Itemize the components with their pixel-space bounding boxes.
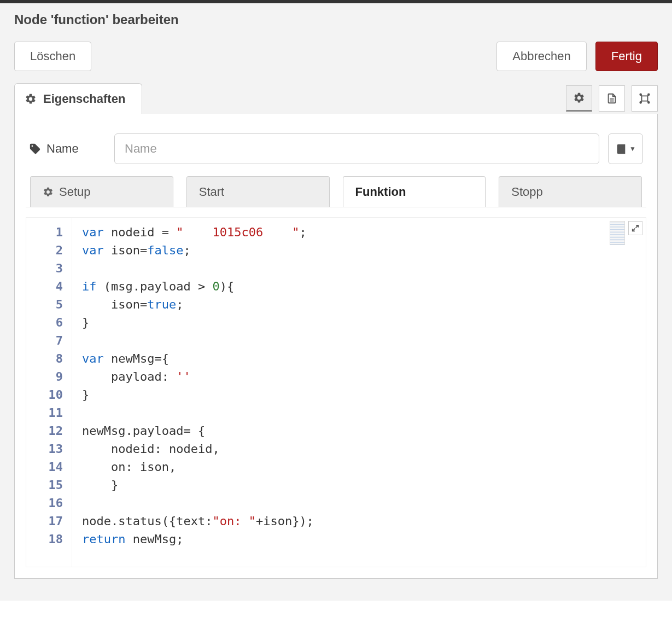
gear-icon [573,92,585,104]
tab-start-label: Start [199,185,224,199]
code-line[interactable] [82,494,314,512]
line-number-gutter: 123456789101112131415161718 [26,218,72,567]
line-number: 6 [26,313,63,331]
dialog-tabs-row: Eigenschaften [0,83,672,114]
code-tabs: Setup Start Funktion Stopp [26,176,646,207]
cancel-button[interactable]: Abbrechen [496,42,586,71]
library-button[interactable]: ▼ [608,133,643,164]
caret-down-icon: ▼ [629,145,636,153]
dialog-header: Node 'function' bearbeiten [0,3,672,32]
line-number: 7 [26,331,63,350]
line-number: 5 [26,295,63,313]
dialog: Node 'function' bearbeiten Löschen Abbre… [0,0,672,601]
line-number: 9 [26,368,63,386]
name-row: Name ▼ [26,133,646,176]
code-line[interactable]: var ison=false; [82,241,314,259]
code-line[interactable]: var newMsg={ [82,350,314,368]
node-description-button[interactable] [599,85,625,112]
properties-panel: Name ▼ Setup Start Funktion [14,114,658,579]
line-number: 11 [26,404,63,422]
name-label-text: Name [46,142,79,156]
tab-setup-label: Setup [59,185,91,199]
code-line[interactable]: payload: '' [82,368,314,386]
delete-button[interactable]: Löschen [14,42,91,71]
line-number: 8 [26,350,63,368]
line-number: 1 [26,223,63,241]
dialog-title: Node 'function' bearbeiten [14,12,658,27]
appearance-icon [638,92,651,104]
code-line[interactable]: return newMsg; [82,530,314,548]
node-appearance-button[interactable] [632,85,658,112]
line-number: 10 [26,386,63,404]
tag-icon [29,143,41,155]
line-number: 16 [26,494,63,512]
code-line[interactable] [82,259,314,277]
expand-icon [632,224,639,232]
code-line[interactable]: var nodeid = " 1015c06 "; [82,223,314,241]
tab-function[interactable]: Funktion [343,176,486,207]
gear-icon [43,187,54,197]
svg-rect-2 [642,96,648,101]
name-input[interactable] [114,133,599,164]
tab-start[interactable]: Start [186,176,330,207]
line-number: 4 [26,277,63,295]
gear-icon [25,93,37,105]
line-number: 3 [26,259,63,277]
tab-setup[interactable]: Setup [30,176,173,207]
line-number: 15 [26,476,63,494]
book-icon [615,143,627,155]
line-number: 12 [26,422,63,440]
code-line[interactable]: } [82,386,314,404]
line-number: 2 [26,241,63,259]
code-line[interactable]: } [82,476,314,494]
minimap[interactable] [610,221,625,245]
dialog-button-row: Löschen Abbrechen Fertig [0,32,672,83]
cancel-button-label: Abbrechen [512,49,570,63]
code-line[interactable]: } [82,313,314,331]
tab-properties[interactable]: Eigenschaften [14,83,142,114]
code-line[interactable]: on: ison, [82,458,314,476]
expand-editor-button[interactable] [628,221,642,235]
line-number: 14 [26,458,63,476]
code-content[interactable]: var nodeid = " 1015c06 ";var ison=false;… [72,218,314,567]
name-label-group: Name [29,142,106,156]
line-number: 18 [26,530,63,548]
done-button-label: Fertig [611,49,642,63]
code-line[interactable] [82,331,314,350]
tab-sidebar-icons [566,85,658,114]
code-line[interactable]: node.status({text:"on: "+ison}); [82,512,314,530]
code-line[interactable] [82,404,314,422]
code-line[interactable]: if (msg.payload > 0){ [82,277,314,295]
code-line[interactable]: nodeid: nodeid, [82,440,314,458]
code-line[interactable]: ison=true; [82,295,314,313]
delete-button-label: Löschen [30,49,75,63]
line-number: 17 [26,512,63,530]
tab-stop-label: Stopp [511,185,543,199]
editor-corner-controls [610,221,642,245]
tab-function-label: Funktion [355,185,406,199]
tab-properties-label: Eigenschaften [43,92,125,106]
code-line[interactable]: newMsg.payload= { [82,422,314,440]
document-icon [606,92,618,104]
line-number: 13 [26,440,63,458]
tab-stop[interactable]: Stopp [499,176,642,207]
code-editor[interactable]: 123456789101112131415161718 var nodeid =… [26,217,646,567]
done-button[interactable]: Fertig [595,42,658,71]
node-settings-button[interactable] [566,85,592,112]
